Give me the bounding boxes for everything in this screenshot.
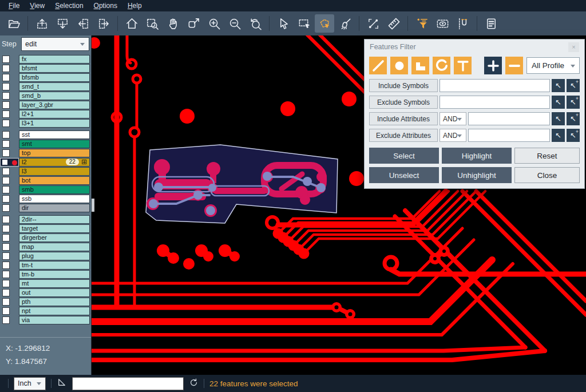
exclude-attributes-pick-button[interactable]: ↖ [552, 129, 565, 142]
layer-name[interactable]: smt [19, 140, 90, 148]
snap-magnet-button[interactable] [453, 14, 473, 33]
layer-visibility-checkbox[interactable] [2, 234, 10, 241]
layer-row-ssb[interactable]: ssb [0, 194, 91, 203]
exclude-attributes-logic-select[interactable]: AND [440, 129, 466, 142]
layer-row-l3-1[interactable]: l3+1 [0, 118, 91, 128]
select-button[interactable]: Select [369, 148, 439, 164]
layer-name[interactable]: l3+1 [19, 119, 90, 128]
zoom-area-button[interactable] [142, 14, 162, 33]
layer-row-smd-t[interactable]: smd_t [0, 82, 91, 91]
layer-name[interactable]: l222⊞ [19, 158, 90, 167]
layer-name[interactable]: mt [19, 279, 90, 288]
zoom-out-button[interactable] [225, 14, 244, 33]
layer-visibility-checkbox[interactable] [2, 168, 10, 175]
menu-selection[interactable]: Selection [50, 1, 88, 11]
features-filter-button[interactable] [412, 14, 431, 33]
exclude-symbols-pick-add-button[interactable]: ↖+ [567, 96, 580, 109]
layer-row-bfsmt[interactable]: bfsmt [0, 64, 91, 73]
include-attributes-pick-add-button[interactable]: ↖+ [567, 112, 580, 125]
filter-text-button[interactable] [454, 57, 472, 74]
filter-surfaces-button[interactable] [411, 57, 429, 74]
layer-visibility-checkbox[interactable] [2, 243, 10, 251]
layer-row-npt[interactable]: npt [0, 306, 91, 315]
select-cursor-button[interactable] [274, 14, 293, 33]
layer-visibility-checkbox[interactable] [2, 307, 10, 315]
profile-select[interactable]: All Profile [526, 57, 580, 74]
layer-visibility-checkbox[interactable] [2, 92, 10, 100]
include-attributes-logic-select[interactable]: AND [440, 112, 466, 125]
zoom-previous-button[interactable] [246, 14, 265, 33]
unhighlight-button[interactable]: Unhighlight [442, 167, 512, 183]
exclude-attributes-button[interactable]: Exclude Attributes [369, 129, 438, 142]
exclude-attributes-pick-add-button[interactable]: ↖+ [567, 129, 580, 142]
layer-row-2dir-[interactable]: 2dir-- [0, 215, 91, 224]
layer-row-l2[interactable]: l222⊞ [0, 157, 91, 167]
layer-visibility-checkbox[interactable] [2, 120, 10, 127]
include-attributes-input[interactable] [468, 112, 550, 125]
layer-visibility-checkbox[interactable] [2, 149, 10, 157]
layer-visibility-checkbox[interactable] [2, 110, 10, 118]
layer-row-top[interactable]: top [0, 148, 91, 157]
layer-name[interactable]: dirgerber [19, 233, 90, 242]
layer-visibility-checkbox[interactable] [2, 74, 10, 81]
layer-row-fx[interactable]: fx [0, 54, 91, 64]
layer-name[interactable]: tm-b [19, 270, 90, 279]
layer-row-smd-b[interactable]: smd_b [0, 91, 91, 100]
layer-visibility-checkbox[interactable] [2, 225, 10, 232]
send-down-button[interactable] [53, 14, 72, 33]
layer-row-sst[interactable]: sst [0, 130, 91, 139]
layer-name[interactable]: fx [19, 55, 90, 64]
layer-visibility-checkbox[interactable] [2, 216, 10, 223]
menu-view[interactable]: View [25, 1, 50, 11]
layer-visibility-checkbox[interactable] [2, 140, 10, 148]
layer-visibility-checkbox[interactable] [2, 83, 10, 90]
open-file-button[interactable] [4, 14, 23, 33]
exclude-attributes-input[interactable] [468, 129, 550, 142]
layer-row-l3[interactable]: l3 [0, 167, 91, 176]
layer-name[interactable]: sst [19, 130, 90, 139]
layer-name[interactable]: bot [19, 176, 90, 185]
layer-name[interactable]: bfsmt [19, 64, 90, 73]
layer-row-mt[interactable]: mt [0, 279, 91, 288]
layer-name[interactable]: out [19, 288, 90, 297]
include-symbols-pick-add-button[interactable]: ↖+ [567, 79, 580, 92]
layer-visibility-checkbox[interactable] [2, 186, 10, 193]
menu-file[interactable]: File [3, 1, 25, 11]
filter-pads-button[interactable] [390, 57, 408, 74]
layer-row-dirgerber[interactable]: dirgerber [0, 233, 91, 242]
sidebar-splitter-handle[interactable] [92, 199, 94, 212]
menu-options[interactable]: Options [89, 1, 122, 11]
filter-arcs-button[interactable] [433, 57, 450, 74]
include-symbols-pick-button[interactable]: ↖ [552, 79, 565, 92]
units-select[interactable]: Inch [14, 377, 46, 390]
layer-visibility-checkbox[interactable] [2, 131, 10, 138]
layer-row-pth[interactable]: pth [0, 297, 91, 306]
send-up-button[interactable] [32, 14, 52, 33]
clear-brush-button[interactable] [335, 14, 355, 33]
layer-visibility-checkbox[interactable] [2, 298, 10, 306]
layer-name[interactable]: smb [19, 185, 90, 194]
layer-name[interactable]: plug [19, 252, 90, 260]
layer-visibility-checkbox[interactable] [2, 160, 7, 165]
layer-row-out[interactable]: out [0, 288, 91, 297]
layer-grid-icon[interactable]: ⊞ [81, 159, 87, 165]
send-right-button[interactable] [94, 14, 113, 33]
layer-visibility-checkbox[interactable] [2, 252, 10, 260]
zoom-object-button[interactable] [184, 14, 203, 33]
layer-name[interactable]: layer_3.gbr [19, 101, 90, 109]
polygon-select-button[interactable] [315, 14, 334, 33]
layer-row-plug[interactable]: plug [0, 251, 91, 260]
measure-button[interactable] [363, 14, 383, 33]
layer-visibility-checkbox[interactable] [2, 204, 10, 212]
dialog-close-button[interactable]: × [568, 42, 579, 52]
layer-visibility-checkbox[interactable] [2, 56, 10, 63]
layer-visibility-checkbox[interactable] [2, 177, 10, 184]
layer-visibility-checkbox[interactable] [2, 280, 10, 287]
layer-visibility-checkbox[interactable] [2, 289, 10, 296]
layer-name[interactable]: smd_b [19, 92, 90, 100]
layer-visibility-checkbox[interactable] [2, 316, 10, 324]
layer-name[interactable]: target [19, 224, 90, 233]
close-button[interactable]: Close [514, 167, 580, 183]
home-view-button[interactable] [122, 14, 141, 33]
dialog-titlebar[interactable]: Features Filter × [365, 39, 584, 54]
